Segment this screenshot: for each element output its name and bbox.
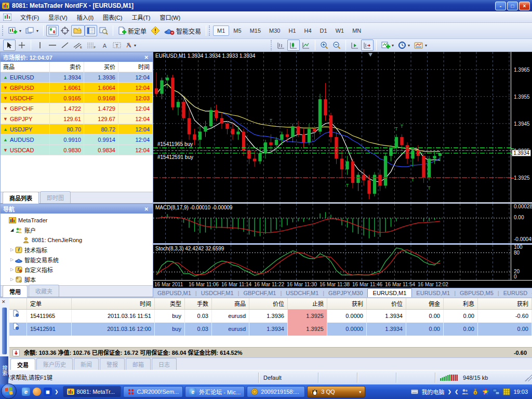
column-profit[interactable]: 获利: [478, 298, 532, 309]
vertical-line-button[interactable]: [34, 39, 46, 51]
symbol-row-usdjpy[interactable]: ▲USDJPY 80.7080.7212:04: [1, 124, 153, 135]
column-price[interactable]: 价位: [367, 298, 406, 309]
expand-collapse-icon[interactable]: ◢: [9, 228, 15, 232]
tab-tick-chart[interactable]: 即时图: [40, 191, 71, 203]
column-symbol[interactable]: 商品: [1, 62, 50, 72]
close-icon[interactable]: ✕: [143, 55, 150, 60]
maximize-button[interactable]: □: [507, 2, 518, 10]
chart-tab[interactable]: EURUSD,M1: [412, 289, 454, 297]
task-2009219158[interactable]: 2009219158:...: [247, 386, 305, 397]
internet-explorer-icon[interactable]: e: [22, 388, 30, 396]
market-watch-toggle-button[interactable]: [46, 25, 59, 36]
zoom-in-button[interactable]: [318, 39, 330, 51]
tab-alerts[interactable]: 警报: [100, 358, 125, 370]
task-cjr2000[interactable]: CJR2000!Sem...: [123, 386, 183, 397]
timeframe-h4-button[interactable]: H4: [300, 25, 316, 36]
macd-pane[interactable]: MACD(8,17,9) -0.00010 -0.00009 0.00028 0…: [153, 204, 532, 243]
chart-shift-button[interactable]: [361, 39, 374, 51]
menu-insert[interactable]: 插入(I): [72, 11, 98, 23]
tree-item-expert-advisors[interactable]: ▷ 智能交易系统: [3, 255, 153, 264]
expand-collapse-icon[interactable]: ▷: [9, 257, 15, 262]
timeframe-m1-button[interactable]: M1: [213, 25, 229, 36]
expert-advisors-button[interactable]: 智能交易: [162, 25, 203, 36]
tab-common[interactable]: 常用: [3, 285, 28, 297]
symbol-row-gbpjpy[interactable]: ▼GBPJPY 129.61129.6712:04: [1, 114, 153, 124]
time-axis[interactable]: 16 Mar 2011 16 Mar 11:06 16 Mar 11:14 16…: [153, 280, 532, 288]
tab-account-history[interactable]: 账户历史: [36, 358, 73, 370]
column-symbol[interactable]: 商品: [212, 298, 249, 309]
menu-window[interactable]: 窗口(W): [155, 11, 185, 23]
text-button[interactable]: A: [98, 39, 111, 51]
chart-tab-active[interactable]: EURUSD,M1: [367, 288, 413, 297]
expand-collapse-icon[interactable]: ▷: [9, 247, 15, 252]
column-time[interactable]: 时间: [72, 298, 155, 309]
chart-tab[interactable]: USDCHF,M1: [282, 289, 323, 297]
chart-tab[interactable]: GBPUSD,M5: [456, 289, 498, 297]
order-row-selected[interactable]: 15412591 2011.03.16 12:00 buy 0.03 eurus…: [9, 323, 532, 336]
tray-contacts-icon[interactable]: [461, 388, 469, 395]
horizontal-line-button[interactable]: [46, 39, 59, 51]
metaeditor-button[interactable]: !: [149, 25, 162, 36]
timeframe-m15-button[interactable]: M15: [246, 25, 265, 36]
line-chart-button[interactable]: [300, 39, 312, 51]
expand-collapse-icon[interactable]: ▷: [9, 267, 15, 272]
task-metatrader[interactable]: 8081: MetaTr...: [63, 386, 121, 397]
timeframe-m5-button[interactable]: M5: [229, 25, 245, 36]
periods-button[interactable]: ▾: [396, 39, 412, 51]
tray-grid-icon[interactable]: [503, 388, 510, 395]
navigator-toggle-button[interactable]: [71, 25, 85, 36]
close-icon[interactable]: ✕: [2, 299, 6, 304]
column-type[interactable]: 类型: [155, 298, 185, 309]
tree-item-metatrader[interactable]: MetaTrader: [3, 215, 153, 225]
toolbar-expand-icon[interactable]: ❯: [447, 389, 451, 394]
symbol-row-gbpchf[interactable]: ▼GBPCHF 1.47221.472912:04: [1, 103, 153, 114]
tree-item-custom-indicators[interactable]: ▷ f 自定义指标: [3, 264, 153, 274]
symbol-row-eurusd[interactable]: ▲EURUSD 1.39341.393612:04: [1, 72, 153, 83]
menu-file[interactable]: 文件(F): [16, 11, 44, 23]
candlestick-chart[interactable]: #15411965 buy#15412591 buyTTTTTT: [153, 52, 511, 202]
column-swap[interactable]: 利息: [444, 298, 478, 309]
timeframe-d1-button[interactable]: D1: [316, 25, 331, 36]
expand-collapse-icon[interactable]: ▷: [9, 277, 15, 282]
dock-drag-handle[interactable]: [2, 308, 7, 354]
column-take-profit[interactable]: 获利: [327, 298, 367, 309]
menu-view[interactable]: 显示(V): [44, 11, 72, 23]
candlestick-chart-button[interactable]: [287, 39, 300, 51]
input-method-keyboard-icon[interactable]: [411, 388, 418, 395]
chart-tab[interactable]: USDCHF,M1: [197, 289, 238, 297]
arrows-button[interactable]: ▾: [123, 39, 138, 51]
timeframe-h1-button[interactable]: H1: [284, 25, 300, 36]
price-pane[interactable]: #15411965 buy#15412591 buyTTTTTT EURUSD,…: [153, 52, 532, 202]
indicators-button[interactable]: ▾: [379, 39, 396, 51]
tree-item-account-8081[interactable]: 8081: ChenJieRong: [3, 235, 153, 245]
fetion-icon[interactable]: ▦: [44, 388, 52, 396]
zoom-out-button[interactable]: [330, 39, 343, 51]
text-label-button[interactable]: T: [111, 39, 123, 51]
chart-tab[interactable]: GBPJPY,M30: [324, 289, 367, 297]
chart-tab[interactable]: GBPCHF,M1: [239, 289, 280, 297]
chart-tab[interactable]: GBPUSD,M1: [153, 289, 195, 297]
toolbar-grip[interactable]: [271, 40, 273, 50]
tray-collapse-icon[interactable]: ❮: [455, 389, 459, 394]
order-row[interactable]: 15411965 2011.03.16 11:51 buy 0.03 eurus…: [9, 310, 532, 323]
column-ask[interactable]: 买价: [84, 62, 118, 72]
quick-launch-expand-icon[interactable]: ❯: [55, 389, 59, 394]
toolbar-grip[interactable]: [2, 25, 4, 36]
tab-journal[interactable]: 日志: [152, 358, 177, 370]
resize-grip[interactable]: [525, 374, 532, 381]
timeframe-mn-button[interactable]: MN: [348, 25, 365, 36]
tab-favorites[interactable]: 收藏夹: [29, 285, 59, 297]
tree-item-indicators[interactable]: ▷ f 技术指标: [3, 245, 153, 255]
tab-trade[interactable]: 交易: [10, 358, 35, 370]
chart-window[interactable]: #15411965 buy#15412591 buyTTTTTT EURUSD,…: [153, 52, 532, 297]
status-profile[interactable]: Default: [259, 373, 318, 383]
column-bid[interactable]: 卖价: [50, 62, 84, 72]
timeframe-w1-button[interactable]: W1: [331, 25, 349, 36]
task-qq-group[interactable]: 3 QQ ▾: [307, 386, 365, 397]
symbol-row-gbpusd[interactable]: ▼GBPUSD 1.60611.606412:04: [1, 83, 153, 93]
my-computer-toolbar[interactable]: 我的电脑: [421, 388, 444, 396]
menu-charts[interactable]: 图表(C): [98, 11, 127, 23]
start-button[interactable]: [1, 383, 17, 399]
column-open-price[interactable]: 价位: [249, 298, 288, 309]
task-forex-forum[interactable]: e 外汇论坛 - Mic...: [185, 386, 245, 397]
